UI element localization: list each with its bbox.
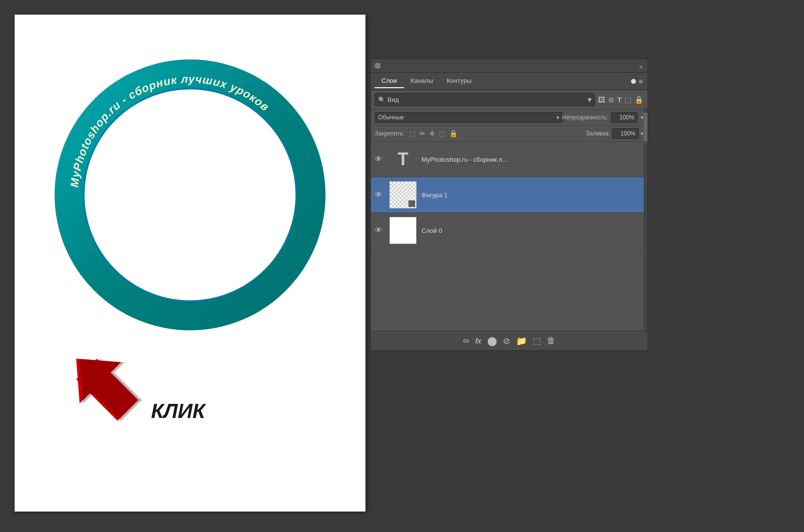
- filter-smart-icon[interactable]: 🔒: [634, 95, 644, 104]
- search-icon: 🔍: [378, 96, 385, 103]
- adjustment-layer-icon[interactable]: ⊘: [503, 336, 510, 346]
- link-layers-icon[interactable]: ∞: [463, 336, 469, 346]
- fx-icon[interactable]: fx: [475, 337, 481, 345]
- text-layer-icon: T: [398, 149, 408, 170]
- fill-area: Заливка: 100% ▾: [586, 128, 644, 139]
- filter-text-icon[interactable]: T: [617, 95, 622, 104]
- ps-lock-row: Закрепить: ⬚ ✏ ✛ ⬚ 🔒 Заливка: 100% ▾: [371, 126, 648, 142]
- canvas-area: MyPhotoshop.ru - сборник лучших уроков К…: [15, 15, 365, 512]
- circle-container: MyPhotoshop.ru - сборник лучших уроков: [39, 44, 341, 346]
- ps-panel: ✕ » Слои Каналы Контуры ≡ 🔍 ▾ 🖼 ⊘ T ⬚ 🔒 …: [370, 58, 648, 351]
- ps-search-row: 🔍 ▾ 🖼 ⊘ T ⬚ 🔒: [371, 90, 648, 110]
- ps-collapse-button[interactable]: »: [639, 63, 643, 70]
- arrow-shadow: [59, 346, 152, 431]
- lock-label: Закрепить:: [375, 130, 404, 137]
- arrow-svg: [54, 346, 161, 434]
- group-layers-icon[interactable]: 📁: [516, 336, 527, 346]
- tab-paths[interactable]: Контуры: [440, 74, 479, 88]
- search-dropdown-icon[interactable]: ▾: [588, 95, 592, 104]
- ps-blend-row: Обычные ▾ Непрозрачность: 100% ▾: [371, 110, 648, 126]
- ps-layers-list: 👁 T MyPhotoshop.ru - сборник л... 👁 ⬚ Фи…: [371, 142, 648, 331]
- ps-panel-menu-icon[interactable]: ≡: [639, 77, 643, 85]
- tab-layers[interactable]: Слои: [375, 74, 404, 88]
- blend-mode-select[interactable]: Обычные: [375, 112, 563, 123]
- lock-icons: ⬚ ✏ ✛ ⬚ 🔒: [409, 130, 458, 137]
- layer-name-shape: Фигура 1: [421, 191, 644, 199]
- layer-row-0[interactable]: 👁 Слой 0: [371, 213, 648, 248]
- circle-svg: MyPhotoshop.ru - сборник лучших уроков: [39, 44, 341, 346]
- new-layer-icon[interactable]: ⬚: [533, 336, 541, 346]
- lock-position-icon[interactable]: ✛: [429, 130, 435, 137]
- opacity-value-box[interactable]: 100%: [611, 112, 638, 123]
- layer-name-0: Слой 0: [421, 227, 644, 234]
- layer-visibility-eye-0[interactable]: 👁: [375, 226, 384, 235]
- filter-image-icon[interactable]: 🖼: [598, 95, 605, 104]
- ps-panel-scrollbar-thumb: [644, 113, 648, 142]
- filter-shape-icon[interactable]: ⬚: [625, 95, 632, 104]
- layer-thumb-text: T: [389, 146, 417, 173]
- opacity-label: Непрозрачность:: [562, 114, 608, 121]
- layer-name-text: MyPhotoshop.ru - сборник л...: [421, 156, 644, 163]
- shape-layer-link-icon: ⬚: [408, 200, 415, 207]
- tab-channels[interactable]: Каналы: [404, 74, 440, 88]
- search-input[interactable]: [387, 96, 586, 103]
- arrow-container: [54, 346, 161, 436]
- delete-layer-icon[interactable]: 🗑: [547, 336, 555, 346]
- lock-artboard-icon[interactable]: ⬚: [439, 130, 445, 137]
- layer-visibility-eye-shape[interactable]: 👁: [375, 190, 384, 199]
- lock-pixels-icon[interactable]: ✏: [420, 130, 425, 137]
- lock-transparency-icon[interactable]: ⬚: [409, 130, 416, 137]
- ps-panel-dot: [631, 79, 636, 84]
- layer-row-shape[interactable]: 👁 ⬚ Фигура 1: [371, 177, 648, 213]
- layer-row-text[interactable]: 👁 T MyPhotoshop.ru - сборник л...: [371, 142, 648, 177]
- fill-label: Заливка:: [586, 130, 610, 137]
- fill-value-box[interactable]: 100%: [612, 128, 639, 139]
- filter-adjust-icon[interactable]: ⊘: [608, 95, 614, 104]
- layer-visibility-eye-text[interactable]: 👁: [375, 155, 384, 164]
- add-mask-icon[interactable]: ⬤: [487, 336, 497, 346]
- ps-panel-scrollbar[interactable]: [644, 108, 648, 331]
- ps-bottom-toolbar: ∞ fx ⬤ ⊘ 📁 ⬚ 🗑: [371, 331, 648, 350]
- layer-thumb-shape: ⬚: [389, 181, 417, 209]
- ps-close-button[interactable]: ✕: [375, 63, 381, 69]
- ring-inner: [84, 89, 296, 301]
- layer-thumb-0: [389, 217, 417, 244]
- ps-filter-icons: 🖼 ⊘ T ⬚ 🔒: [598, 95, 644, 104]
- klik-label: КЛИК: [151, 399, 205, 423]
- ps-search-box[interactable]: 🔍 ▾: [375, 93, 595, 106]
- ps-titlebar: ✕ »: [371, 59, 648, 73]
- ps-tabs-row: Слои Каналы Контуры ≡: [371, 73, 648, 90]
- lock-all-icon[interactable]: 🔒: [449, 130, 458, 137]
